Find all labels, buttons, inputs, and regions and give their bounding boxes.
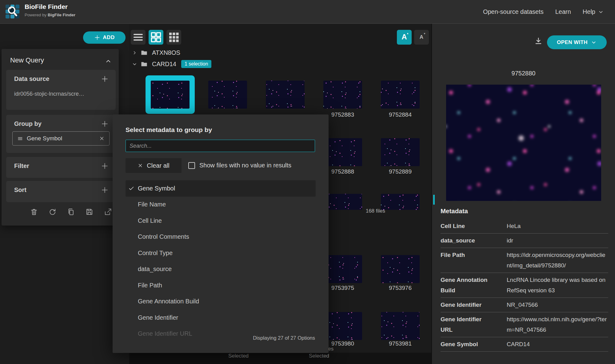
metadata-option-control-comments[interactable]: Control Comments — [126, 229, 316, 245]
file-thumbnail[interactable] — [381, 194, 420, 210]
metadata-option-label: data_source — [138, 266, 172, 273]
filter-card: Filter — [6, 157, 116, 178]
drag-handle-icon — [17, 136, 23, 142]
footer-stat-sub: Selected — [227, 352, 250, 359]
thumbnail-size-small-button[interactable]: A▼ — [414, 30, 429, 45]
sort-card: Sort — [6, 181, 116, 202]
trash-icon — [30, 208, 38, 216]
refresh-icon — [48, 208, 57, 216]
metadata-option-label: Control Comments — [138, 233, 189, 240]
share-query-button[interactable] — [104, 208, 112, 216]
new-query-panel: New Query Data source idr0056-stojic-lnc… — [2, 49, 119, 226]
metadata-key: Gene Identifier — [441, 300, 507, 310]
metadata-option-gene-identifier[interactable]: Gene Identifier — [126, 310, 316, 326]
add-filter-button[interactable] — [101, 162, 109, 170]
metadata-row-gene-identifier: Gene IdentifierNR_047566 — [441, 298, 608, 312]
app-header: BioFile Finder Powered by BigFile Finder… — [0, 0, 615, 24]
metadata-key: Gene Identifier URL — [441, 314, 507, 335]
no-value-checkbox[interactable] — [188, 162, 195, 169]
file-thumbnail[interactable] — [323, 81, 362, 109]
add-group-by-button[interactable] — [101, 120, 109, 128]
app-title: BioFile Finder — [25, 3, 68, 10]
file-label: 9752884 — [374, 111, 426, 118]
metadata-value: NR_047566 — [507, 300, 608, 310]
close-icon — [138, 163, 143, 168]
selected-file-title: 9752880 — [432, 70, 615, 77]
data-source-value[interactable]: idr0056-stojic-lncrnas/scre… — [14, 91, 84, 97]
view-grid-small-button[interactable] — [166, 30, 181, 45]
save-query-button[interactable] — [85, 208, 94, 216]
file-thumbnail[interactable] — [381, 255, 420, 283]
file-thumbnail[interactable] — [266, 81, 305, 109]
nav-link-open-source-datasets[interactable]: Open-source datasets — [483, 8, 544, 15]
options-count-text: Displaying 27 of 27 Options — [253, 335, 315, 341]
metadata-option-cell-line[interactable]: Cell Line — [126, 213, 316, 229]
remove-group-by-icon[interactable] — [99, 136, 105, 141]
metadata-option-label: Gene Annotation Build — [138, 298, 199, 305]
add-query-button[interactable]: ADD — [83, 31, 126, 44]
footer-stat-sub: Selected — [305, 352, 334, 359]
view-list-button[interactable] — [131, 30, 146, 45]
metadata-row-cell-line: Cell LineHeLa — [441, 219, 608, 234]
add-data-source-button[interactable] — [101, 75, 109, 83]
folder-icon — [141, 49, 148, 56]
file-thumbnail[interactable] — [381, 312, 420, 340]
nav-link-learn[interactable]: Learn — [555, 8, 571, 15]
add-sort-button[interactable] — [101, 186, 109, 194]
sort-title: Sort — [14, 186, 26, 194]
folder-row-atxn8os[interactable]: ATXN8OS — [132, 47, 180, 58]
metadata-row-gene-symbol: Gene SymbolCARD14 — [441, 337, 608, 352]
metadata-table: Cell LineHeLadata_sourceidrFile Pathhttp… — [441, 219, 608, 356]
app-logo-icon — [5, 4, 20, 19]
open-with-button[interactable]: OPEN WITH — [547, 35, 607, 49]
clear-all-button[interactable]: Clear all — [126, 158, 182, 173]
metadata-option-control-type[interactable]: Control Type — [126, 245, 316, 261]
copy-query-button[interactable] — [67, 208, 75, 216]
folder-icon — [141, 61, 148, 68]
chevron-up-icon[interactable] — [105, 58, 112, 65]
metadata-option-data-source[interactable]: data_source — [126, 261, 316, 278]
metadata-option-gene-annotation-build[interactable]: Gene Annotation Build — [126, 294, 316, 310]
selection-summary-bar — [129, 353, 431, 364]
metadata-options-list: Gene SymbolFile NameCell LineControl Com… — [126, 180, 316, 342]
nav-link-help[interactable]: Help — [583, 8, 604, 15]
group-by-chip[interactable]: Gene Symbol — [12, 131, 110, 146]
group-by-card: Group by Gene Symbol — [6, 115, 116, 153]
metadata-option-gene-symbol[interactable]: Gene Symbol — [126, 180, 316, 197]
save-icon — [85, 208, 94, 216]
metadata-value: HeLa — [507, 221, 608, 231]
metadata-option-label: File Name — [138, 201, 166, 208]
file-thumbnail[interactable] — [323, 255, 362, 283]
chevron-down-icon — [598, 9, 604, 15]
modal-title: Select metadata to group by — [126, 126, 212, 134]
refresh-query-button[interactable] — [48, 208, 57, 216]
file-thumbnail[interactable] — [323, 312, 362, 340]
metadata-search-input[interactable] — [126, 140, 315, 152]
metadata-row-data-source: data_sourceidr — [441, 234, 608, 248]
file-thumbnail[interactable] — [208, 81, 247, 109]
metadata-option-file-path[interactable]: File Path — [126, 277, 316, 294]
metadata-option-file-name[interactable]: File Name — [126, 197, 316, 213]
nav-link-label: Learn — [555, 8, 571, 15]
metadata-key: data_source — [441, 235, 507, 246]
file-thumbnail-selected[interactable] — [146, 75, 195, 114]
trash-query-button[interactable] — [30, 208, 38, 216]
download-icon[interactable] — [534, 36, 543, 46]
metadata-row-file-path: File Pathhttps://idr.openmicroscopy.org/… — [441, 248, 608, 273]
data-source-title: Data source — [14, 75, 50, 82]
file-thumbnail[interactable] — [323, 194, 362, 210]
thumbnail-size-large-button[interactable]: A▲ — [397, 30, 412, 45]
file-thumbnail[interactable] — [323, 138, 362, 166]
metadata-option-label: Control Type — [138, 250, 173, 257]
group-by-title: Group by — [14, 120, 42, 127]
folder-row-card14[interactable]: CARD141 selection — [132, 58, 211, 70]
scroll-indicator[interactable] — [433, 195, 435, 205]
metadata-option-label: File Path — [138, 282, 162, 289]
group-by-chip-label: Gene Symbol — [27, 135, 99, 142]
metadata-value: idr — [507, 235, 608, 246]
file-thumbnail[interactable] — [381, 138, 420, 166]
metadata-row-gene-annotation-build: Gene Annotation BuildLncRNA Lincode libr… — [441, 273, 608, 298]
view-grid-button[interactable] — [149, 30, 163, 45]
file-thumbnail[interactable] — [381, 81, 420, 109]
metadata-value: https://idr.openmicroscopy.org/webclient… — [507, 250, 608, 271]
